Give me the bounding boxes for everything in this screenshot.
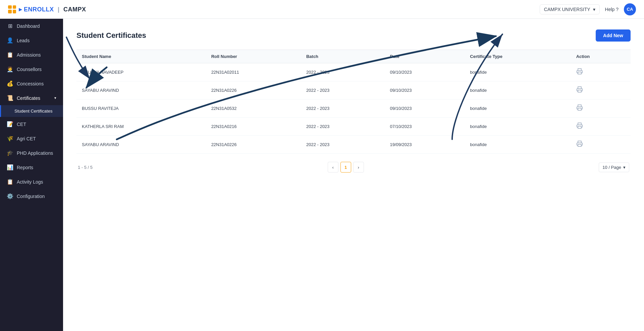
cell-date: 09/10/2023 xyxy=(384,63,465,81)
table-row: KATHERLA SRI RAM 22N31A0216 2022 - 2023 … xyxy=(76,118,631,136)
next-page-button[interactable]: › xyxy=(353,162,364,173)
concessions-icon: 💰 xyxy=(7,80,13,87)
cell-roll-number: 22N31A02011 xyxy=(206,63,301,81)
agri-cet-icon: 🌾 xyxy=(7,135,13,142)
sidebar-item-label: Agri CET xyxy=(17,136,36,141)
sidebar-item-admissions[interactable]: 📋 Admissions xyxy=(0,48,63,62)
sidebar-item-label: PHD Applications xyxy=(17,150,53,156)
certificates-icon: 📜 xyxy=(7,95,13,101)
print-button[interactable] xyxy=(576,124,583,130)
leads-icon: 👤 xyxy=(7,37,13,44)
cet-icon: 📝 xyxy=(7,121,13,127)
svg-rect-7 xyxy=(578,144,581,147)
cell-date: 09/10/2023 xyxy=(384,81,465,100)
activity-logs-icon: 📋 xyxy=(7,179,13,185)
print-button[interactable] xyxy=(576,87,583,94)
print-button[interactable] xyxy=(576,69,583,76)
cell-certificate-type: bonafide xyxy=(465,63,571,81)
logo-divider: | xyxy=(58,6,61,13)
col-date: Date xyxy=(384,50,465,63)
page-size-label: 10 / Page xyxy=(602,165,621,170)
cell-batch: 2022 - 2023 xyxy=(301,118,385,136)
sidebar-item-label: CET xyxy=(17,122,26,127)
chevron-down-icon: ▾ xyxy=(593,7,595,12)
header-right: CAMPX UNIVERSITY ▾ Help ? CA xyxy=(540,3,636,15)
cell-student-name: SAYABU ARAVIND xyxy=(76,81,206,100)
sidebar-item-cet[interactable]: 📝 CET xyxy=(0,117,63,131)
page-1-button[interactable]: 1 xyxy=(340,162,351,173)
sidebar-item-configuration[interactable]: ⚙️ Configuration xyxy=(0,189,63,203)
sidebar-item-label: Configuration xyxy=(17,194,45,199)
student-certificates-table: Student Name Roll Number Batch Date Cert… xyxy=(76,50,631,154)
svg-rect-5 xyxy=(578,108,581,111)
cell-date: 19/09/2023 xyxy=(384,136,465,154)
print-button[interactable] xyxy=(576,106,583,112)
pagination-area: 1 - 5 / 5 ‹ 1 › 10 / Page ▾ xyxy=(76,162,631,173)
layout: ⊞ Dashboard 👤 Leads 📋 Admissions 🧑‍💼 Cou… xyxy=(0,19,644,331)
sidebar-item-counsellors[interactable]: 🧑‍💼 Counsellors xyxy=(0,62,63,76)
col-certificate-type: Certificate Type xyxy=(465,50,571,63)
page-size-selector[interactable]: 10 / Page ▾ xyxy=(599,162,629,172)
svg-rect-3 xyxy=(578,72,581,74)
cell-batch: 2022 - 2023 xyxy=(301,136,385,154)
reports-icon: 📊 xyxy=(7,164,13,171)
table-row: BUSSU RAVITEJA 22N31A0532 2022 - 2023 09… xyxy=(76,100,631,118)
sub-item-label: Student Certificates xyxy=(14,109,52,114)
avatar[interactable]: CA xyxy=(624,3,636,15)
table-header: Student Name Roll Number Batch Date Cert… xyxy=(76,50,631,63)
cell-action xyxy=(571,136,631,154)
pagination-info: 1 - 5 / 5 xyxy=(78,165,93,170)
cell-action xyxy=(571,100,631,118)
admissions-icon: 📋 xyxy=(7,52,13,58)
table-row: SAYABU ARAVIND 22N31A0226 2022 - 2023 19… xyxy=(76,136,631,154)
cell-action xyxy=(571,63,631,81)
page-title: Student Certificates xyxy=(76,31,146,40)
sidebar-sub-item-student-certificates[interactable]: Student Certificates xyxy=(0,105,63,117)
cell-roll-number: 22N31A0226 xyxy=(206,81,301,100)
cell-action xyxy=(571,118,631,136)
logo-text: ▸ ENROLLX | CAMPX xyxy=(19,6,86,13)
sidebar-item-label: Reports xyxy=(17,165,33,170)
sidebar-item-dashboard[interactable]: ⊞ Dashboard xyxy=(0,19,63,33)
sidebar-item-label: Counsellors xyxy=(17,67,42,72)
sidebar-item-leads[interactable]: 👤 Leads xyxy=(0,33,63,48)
counsellors-icon: 🧑‍💼 xyxy=(7,66,13,72)
cell-student-name: BHUKYA NAVADEEP xyxy=(76,63,206,81)
add-new-button[interactable]: Add New xyxy=(596,29,631,42)
cell-date: 09/10/2023 xyxy=(384,100,465,118)
col-action: Action xyxy=(571,50,631,63)
cell-certificate-type: bonafide xyxy=(465,100,571,118)
print-button[interactable] xyxy=(576,142,583,148)
university-selector[interactable]: CAMPX UNIVERSITY ▾ xyxy=(540,4,600,14)
dashboard-icon: ⊞ xyxy=(7,23,13,29)
col-student-name: Student Name xyxy=(76,50,206,63)
cell-roll-number: 22N31A0226 xyxy=(206,136,301,154)
campx-text: CAMPX xyxy=(63,6,86,13)
sidebar-item-activity-logs[interactable]: 📋 Activity Logs xyxy=(0,175,63,189)
cell-roll-number: 22N31A0532 xyxy=(206,100,301,118)
pagination-controls: ‹ 1 › xyxy=(328,162,364,173)
top-header: ▸ ENROLLX | CAMPX CAMPX UNIVERSITY ▾ Hel… xyxy=(0,0,644,19)
main-content: Student Certificates Add New Student Nam… xyxy=(63,19,644,331)
certificates-submenu: Student Certificates xyxy=(0,105,63,117)
sidebar-item-label: Certificates xyxy=(17,95,40,101)
sidebar-item-reports[interactable]: 📊 Reports xyxy=(0,160,63,175)
table-row: BHUKYA NAVADEEP 22N31A02011 2022 - 2023 … xyxy=(76,63,631,81)
col-roll-number: Roll Number xyxy=(206,50,301,63)
sidebar-item-concessions[interactable]: 💰 Concessions xyxy=(0,76,63,91)
sidebar-item-phd-applications[interactable]: 🎓 PHD Applications xyxy=(0,146,63,160)
logo-area: ▸ ENROLLX | CAMPX xyxy=(8,5,86,13)
sidebar-item-label: Activity Logs xyxy=(17,179,43,185)
sidebar-item-certificates[interactable]: 📜 Certificates ▾ xyxy=(0,91,63,105)
cell-date: 07/10/2023 xyxy=(384,118,465,136)
table-body: BHUKYA NAVADEEP 22N31A02011 2022 - 2023 … xyxy=(76,63,631,154)
prev-page-button[interactable]: ‹ xyxy=(328,162,338,173)
configuration-icon: ⚙️ xyxy=(7,193,13,199)
phd-icon: 🎓 xyxy=(7,150,13,156)
cell-student-name: BUSSU RAVITEJA xyxy=(76,100,206,118)
logo-grid-icon xyxy=(8,5,16,13)
table-header-row: Student Name Roll Number Batch Date Cert… xyxy=(76,50,631,63)
sidebar-item-agri-cet[interactable]: 🌾 Agri CET xyxy=(0,131,63,146)
sidebar-item-label: Admissions xyxy=(17,52,41,58)
help-link[interactable]: Help ? xyxy=(605,7,619,12)
